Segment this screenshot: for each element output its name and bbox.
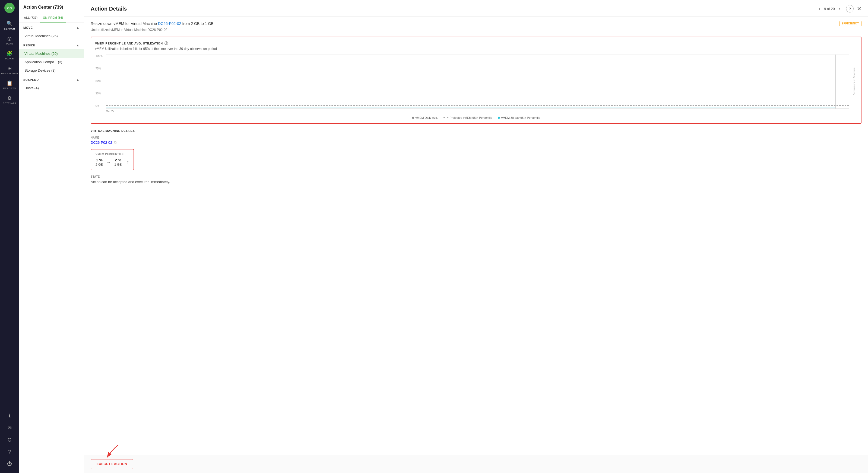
- legend-label-daily: vMEM Daily Avg.: [415, 116, 438, 119]
- state-field-label: STATE: [91, 175, 862, 178]
- legend-percentile: vMEM 30 day 95th Percentile: [498, 116, 540, 119]
- chart-description: vMEM Utilization is below 1% for 95% of …: [95, 47, 857, 51]
- settings-icon: ⚙: [7, 95, 12, 101]
- chevron-up-icon-resize: ▲: [76, 43, 80, 47]
- y-label-50: 50%: [96, 79, 102, 82]
- vmem-values: 1 % 2 GB → 2 % 1 GB ↑: [96, 158, 129, 167]
- nav-mail[interactable]: ✉: [7, 422, 12, 435]
- vmem-to-pct: 2 %: [114, 158, 122, 162]
- vmem-percentile-line: [106, 107, 835, 107]
- chart-legend: vMEM Daily Avg. Projected vMEM 95th Perc…: [95, 116, 857, 119]
- legend-daily-avg: vMEM Daily Avg.: [412, 116, 438, 119]
- nav-power[interactable]: ⏻: [7, 458, 12, 470]
- action-title-link[interactable]: DC26-P02-02: [158, 22, 181, 26]
- nav-reports[interactable]: 📋 REPORTS: [0, 77, 19, 93]
- nav-settings-label: SETTINGS: [3, 102, 16, 105]
- y-label-25: 25%: [96, 92, 102, 95]
- state-field-value: Action can be accepted and executed imme…: [91, 180, 862, 184]
- help-icon: ?: [8, 449, 11, 455]
- nav-g[interactable]: G: [7, 435, 12, 446]
- action-counter: 9 of 20: [824, 7, 835, 11]
- gridline-25: [106, 95, 849, 95]
- close-button[interactable]: ✕: [857, 5, 862, 12]
- action-title-prefix: Resize down vMEM for Virtual Machine: [91, 22, 158, 26]
- x-axis-label: Mar 27: [106, 110, 849, 113]
- vm-name-link[interactable]: DC26-P02-02: [91, 140, 112, 144]
- projected-line: [106, 105, 849, 106]
- arrow-right-icon: →: [106, 160, 111, 165]
- section-resize-header[interactable]: RESIZE ▲: [19, 40, 84, 49]
- section-move: MOVE ▲ Virtual Machines (26): [19, 23, 84, 40]
- name-field-label: NAME: [91, 136, 862, 139]
- nav-place[interactable]: 🧩 PLACE: [0, 48, 19, 63]
- downsize-line: [835, 55, 836, 108]
- y-label-0: 0%: [96, 104, 102, 107]
- action-subtitle: Underutilized vMEM in Virtual Machine DC…: [91, 28, 862, 32]
- nav-settings[interactable]: ⚙ SETTINGS: [0, 93, 19, 107]
- prev-action-button[interactable]: ‹: [817, 5, 822, 12]
- chevron-up-icon-suspend: ▲: [76, 78, 80, 81]
- panel-navigation: ‹ 9 of 20 › ? ✕: [817, 5, 862, 12]
- info-icon: ℹ: [9, 413, 10, 419]
- gridline-100: [106, 55, 849, 55]
- y-label-75: 75%: [96, 67, 102, 70]
- sidebar-item-vms-resize[interactable]: Virtual Machines (20): [19, 49, 84, 58]
- copy-icon[interactable]: ⧉: [114, 140, 117, 144]
- app-logo: on: [4, 3, 14, 13]
- sidebar-item-vms-move[interactable]: Virtual Machines (26): [19, 32, 84, 40]
- power-icon: ⏻: [7, 461, 12, 467]
- section-move-label: MOVE: [23, 26, 33, 29]
- legend-projected: Projected vMEM 95th Percentile: [443, 116, 492, 119]
- panel-title: Action Details: [91, 6, 127, 12]
- action-details-panel: Action Details ‹ 9 of 20 › ? ✕ EFFICIENC…: [84, 0, 868, 473]
- vmem-percentile-box: VMEM PERCENTILE 1 % 2 GB → 2 % 1 GB ↑: [91, 149, 134, 170]
- downsize-label-container: Recommended Downsize: [853, 55, 856, 108]
- nav-search-label: SEARCH: [4, 27, 15, 30]
- y-axis-labels: 100% 75% 50% 25% 0%: [96, 55, 102, 107]
- nav-help[interactable]: ?: [7, 446, 12, 458]
- legend-dash-projected: [443, 117, 448, 118]
- mail-icon: ✉: [8, 425, 12, 431]
- section-resize-label: RESIZE: [23, 44, 35, 47]
- vmem-box-title: VMEM PERCENTILE: [96, 153, 129, 156]
- panel-body: EFFICIENCY Resize down vMEM for Virtual …: [84, 16, 868, 455]
- gridline-75: [106, 68, 849, 68]
- efficiency-badge: EFFICIENCY: [839, 22, 862, 26]
- dashboard-icon: ⊞: [8, 65, 12, 71]
- help-button[interactable]: ?: [846, 5, 854, 12]
- next-action-button[interactable]: ›: [837, 5, 842, 12]
- tab-all[interactable]: ALL (739): [21, 13, 40, 23]
- vmem-from-pct: 1 %: [96, 158, 103, 162]
- chart-section-title: VMEM PERCENTILE AND AVG. UTILIZATION ⓘ: [95, 41, 857, 46]
- nav-search[interactable]: 🔍 SEARCH: [0, 18, 19, 33]
- panel-header: Action Details ‹ 9 of 20 › ? ✕: [84, 0, 868, 16]
- icon-navigation: on 🔍 SEARCH ◎ PLAN 🧩 PLACE ⊞ DASHBOARD 📋…: [0, 0, 19, 473]
- sidebar-item-hosts[interactable]: Hosts (4): [19, 84, 84, 92]
- vm-details-section: VIRTUAL MACHINE DETAILS NAME DC26-P02-02…: [91, 129, 862, 184]
- section-suspend-header[interactable]: SUSPEND ▲: [19, 75, 84, 84]
- plan-icon: ◎: [7, 36, 12, 41]
- tab-on-prem[interactable]: ON-PREM (56): [40, 13, 66, 23]
- legend-label-projected: Projected vMEM 95th Percentile: [450, 116, 492, 119]
- sidebar-tabs: ALL (739) ON-PREM (56): [19, 13, 84, 23]
- section-move-header[interactable]: MOVE ▲: [19, 23, 84, 32]
- legend-label-percentile: vMEM 30 day 95th Percentile: [501, 116, 540, 119]
- place-icon: 🧩: [6, 50, 12, 57]
- chevron-up-icon: ▲: [76, 26, 80, 30]
- nav-dashboard[interactable]: ⊞ DASHBOARD: [0, 63, 19, 77]
- legend-dot-daily: [412, 116, 414, 119]
- execute-action-button[interactable]: EXECUTE ACTION: [91, 459, 133, 469]
- nav-plan[interactable]: ◎ PLAN: [0, 33, 19, 48]
- chart-info-icon[interactable]: ⓘ: [164, 41, 168, 46]
- chart-container: 100% 75% 50% 25% 0%: [106, 55, 849, 113]
- up-arrow-icon: ↑: [127, 160, 129, 165]
- legend-dot-percentile: [498, 116, 500, 119]
- panel-footer: EXECUTE ACTION: [84, 455, 868, 473]
- section-suspend-label: SUSPEND: [23, 78, 39, 81]
- vmem-to-col: 2 % 1 GB: [114, 158, 122, 167]
- sidebar-item-storage[interactable]: Storage Devices (3): [19, 66, 84, 75]
- action-title: Resize down vMEM for Virtual Machine DC2…: [91, 22, 862, 26]
- action-title-suffix: from 2 GB to 1 GB: [181, 22, 214, 26]
- nav-info[interactable]: ℹ: [7, 410, 12, 422]
- sidebar-item-app-compo[interactable]: Application Compo... (3): [19, 58, 84, 66]
